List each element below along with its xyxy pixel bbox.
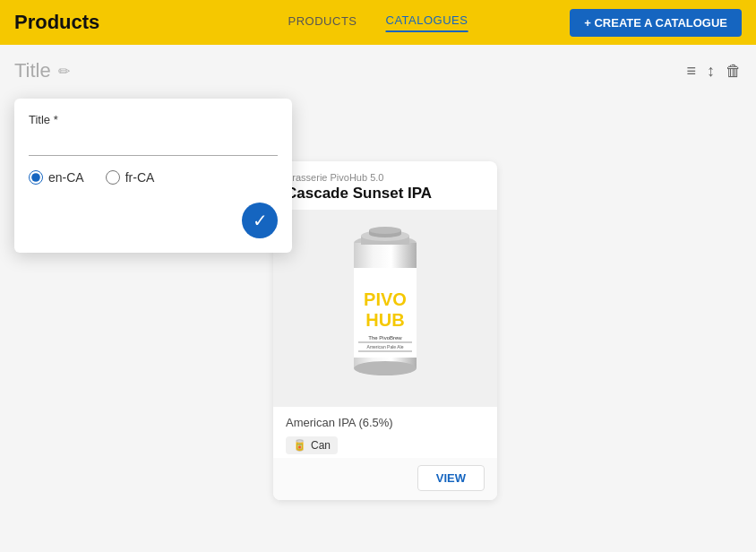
create-catalogue-button[interactable]: + CREATE A CATALOGUE — [570, 9, 742, 37]
app-header: Products PRODUCTS CATALOGUES + CREATE A … — [0, 0, 756, 45]
card-style: American IPA (6.5%) — [286, 416, 485, 429]
card-title: Cascade Sunset IPA — [286, 185, 485, 203]
card-footer: VIEW — [273, 458, 497, 500]
title-label: Title — [14, 59, 51, 82]
radio-fr-ca[interactable]: fr-CA — [106, 170, 155, 185]
tag-label: Can — [311, 439, 331, 452]
title-actions: ≡ ↕ 🗑 — [686, 62, 742, 81]
nav-catalogues[interactable]: CATALOGUES — [386, 13, 468, 32]
svg-text:American Pale Ale: American Pale Ale — [367, 344, 404, 349]
language-radio-group: en-CA fr-CA — [29, 170, 278, 185]
popup-footer: ✓ — [29, 203, 278, 238]
edit-icon[interactable]: ✏ — [58, 63, 70, 80]
svg-point-2 — [354, 361, 417, 375]
title-edit-popup: Title * en-CA fr-CA ✓ — [14, 99, 292, 253]
field-label: Title * — [29, 113, 278, 126]
nav-products[interactable]: PRODUCTS — [288, 14, 357, 31]
nav-bar: PRODUCTS CATALOGUES — [288, 13, 468, 32]
can-icon: 🥫 — [293, 439, 306, 452]
svg-text:PIVO: PIVO — [364, 289, 407, 309]
radio-en-ca-label: en-CA — [48, 170, 84, 185]
radio-fr-ca-label: fr-CA — [125, 170, 155, 185]
confirm-button[interactable]: ✓ — [242, 203, 278, 238]
card-subtitle: Brasserie PivoHub 5.0 — [286, 172, 485, 183]
catalogue-title: Title ✏ — [14, 59, 70, 82]
svg-text:HUB: HUB — [365, 310, 404, 330]
card-image: PIVO HUB The PivoBrew American Pale Ale — [273, 210, 497, 407]
title-input[interactable] — [29, 134, 278, 156]
card-info: American IPA (6.5%) 🥫 Can — [273, 407, 497, 458]
product-card: Brasserie PivoHub 5.0 Cascade Sunset IPA — [273, 161, 497, 500]
radio-en-ca[interactable]: en-CA — [29, 170, 84, 185]
sort-icon[interactable]: ↕ — [707, 62, 715, 81]
checkmark-icon: ✓ — [253, 210, 268, 231]
main-content: Title ✏ ≡ ↕ 🗑 Title * en-CA fr-CA ✓ — [0, 45, 756, 552]
app-title: Products — [14, 11, 99, 34]
view-button[interactable]: VIEW — [417, 465, 485, 491]
title-bar: Title ✏ ≡ ↕ 🗑 — [14, 59, 742, 82]
delete-icon[interactable]: 🗑 — [726, 62, 742, 81]
svg-point-14 — [369, 227, 401, 234]
svg-text:The PivoBrew: The PivoBrew — [368, 335, 402, 341]
card-body: Brasserie PivoHub 5.0 Cascade Sunset IPA — [273, 161, 497, 203]
product-tag: 🥫 Can — [286, 436, 338, 454]
filter-icon[interactable]: ≡ — [686, 62, 696, 81]
